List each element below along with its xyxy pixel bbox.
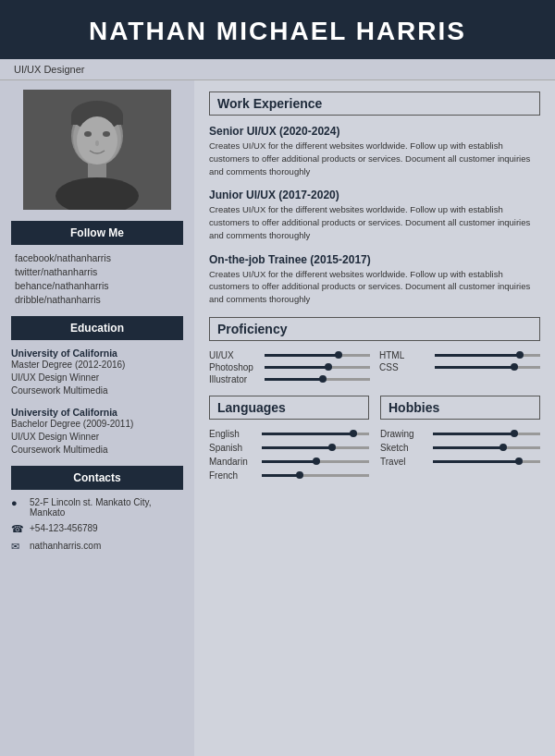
hobby-label-1: Sketch [380,443,428,453]
languages-list: EnglishSpanishMandarinFrench [209,429,369,481]
lang-item-1: Spanish [209,443,369,453]
contact-address: ● 52-F Lincoln st. Mankato City, Mankato [11,497,183,518]
languages-title: Languages [209,396,369,420]
prof-photoshop-bar-track [265,366,370,369]
work-experience-section: Senior UI/UX (2020-2024) Creates UI/UX f… [209,125,540,306]
edu-degree-1: Master Degree (2012-2016) [11,359,183,372]
job-entry-2: Junior UI/UX (2017-2020) Creates UI/UX f… [209,189,540,241]
job-desc-3: Creates UI/UX for the different websites… [209,268,540,306]
lang-item-2: Mandarin [209,457,369,467]
edu-entry-2: University of California Bachelor Degree… [11,407,183,457]
prof-illustrator-item: Illustrator [209,374,370,384]
lang-bar-3 [262,474,369,477]
phone-icon: ☎ [11,523,24,535]
address-text: 52-F Lincoln st. Mankato City, Mankato [30,497,183,518]
hobbies-list: DrawingSketchTravel [380,429,540,467]
hobby-item-2: Travel [380,457,540,467]
website-text: nathanharris.com [30,541,101,551]
hobby-bar-0 [433,433,540,435]
prof-html-bar-track [435,354,540,357]
lang-item-0: English [209,429,369,439]
job-desc-1: Creates UI/UX for the different websites… [209,140,540,177]
contacts-section: ● 52-F Lincoln st. Mankato City, Mankato… [11,497,183,553]
prof-photoshop-label: Photoshop [209,362,260,372]
location-icon: ● [11,497,24,508]
prof-ui/ux-bar-track [265,354,370,357]
lang-bar-0 [262,433,369,435]
prof-html-item: HTML [379,350,540,360]
lang-bar-2 [262,460,369,463]
lang-label-2: Mandarin [209,457,257,467]
contacts-bar: Contacts [11,466,183,490]
email-icon: ✉ [11,541,24,553]
proficiency-grid: UI/UXPhotoshopIllustratorHTMLCSS [209,350,540,386]
proficiency-title: Proficiency [209,317,540,341]
prof-css-item: CSS [379,362,540,372]
job-title-3: On-the-job Trainee (2015-2017) [209,253,540,266]
social-links-section: facebook/nathanharris twitter/nathanharr… [11,252,183,305]
main-content: Follow Me facebook/nathanharris twitter/… [0,80,555,756]
hobby-item-0: Drawing [380,429,540,439]
svg-point-9 [103,131,110,137]
hobbies-section: Hobbies DrawingSketchTravel [380,396,540,484]
job-title: UI/UX Designer [0,59,555,80]
hobbies-title: Hobbies [380,396,540,420]
svg-point-10 [95,140,99,146]
prof-photoshop-item: Photoshop [209,362,370,372]
languages-section: Languages EnglishSpanishMandarinFrench [209,396,369,484]
edu-coursework-2: Coursework Multimedia [11,444,183,457]
prof-css-bar-track [435,366,540,369]
edu-degree-2: Bachelor Degree (2009-2011) [11,418,183,431]
profile-photo [23,90,171,210]
uni-name-1: University of California [11,348,183,359]
edu-entry-1: University of California Master Degree (… [11,348,183,397]
svg-rect-5 [88,164,106,177]
job-entry-1: Senior UI/UX (2020-2024) Creates UI/UX f… [209,125,540,177]
hobby-item-1: Sketch [380,443,540,453]
hobby-bar-1 [433,446,540,449]
lang-label-0: English [209,429,257,439]
contact-website: ✉ nathanharris.com [11,541,183,553]
lang-bar-1 [262,446,369,449]
job-title-1: Senior UI/UX (2020-2024) [209,125,540,138]
prof-col-right: HTMLCSS [379,350,540,386]
job-entry-3: On-the-job Trainee (2015-2017) Creates U… [209,253,540,306]
bottom-row: Languages EnglishSpanishMandarinFrench H… [209,396,540,484]
left-column: Follow Me facebook/nathanharris twitter/… [0,80,194,756]
prof-ui/ux-item: UI/UX [209,350,370,360]
hobby-bar-2 [433,460,540,463]
edu-coursework-1: Coursework Multimedia [11,384,183,397]
resume-header: NATHAN MICHAEL HARRIS [0,0,555,59]
social-link-twitter[interactable]: twitter/nathanharris [15,266,183,277]
prof-illustrator-bar-track [265,378,370,381]
follow-me-bar: Follow Me [11,221,183,245]
phone-text: +54-123-456789 [30,523,98,533]
proficiency-section: Proficiency UI/UXPhotoshopIllustratorHTM… [209,317,540,386]
hobby-label-2: Travel [380,457,428,467]
job-title-2: Junior UI/UX (2017-2020) [209,189,540,201]
lang-label-3: French [209,470,257,481]
svg-point-8 [84,131,92,137]
uni-name-2: University of California [11,407,183,418]
lang-label-1: Spanish [209,443,257,453]
edu-award-1: UI/UX Design Winner [11,372,183,384]
job-desc-2: Creates UI/UX for the different websites… [209,203,540,241]
social-link-dribble[interactable]: dribble/nathanharris [15,294,183,305]
prof-css-label: CSS [379,362,430,372]
edu-award-2: UI/UX Design Winner [11,431,183,444]
education-section: University of California Master Degree (… [11,348,183,457]
prof-html-label: HTML [379,350,430,360]
social-link-behance[interactable]: behance/nathanharris [15,280,183,291]
prof-col-left: UI/UXPhotoshopIllustrator [209,350,370,386]
prof-illustrator-label: Illustrator [209,374,260,384]
lang-item-3: French [209,470,369,481]
social-link-facebook[interactable]: facebook/nathanharris [15,252,183,263]
work-experience-title: Work Experience [209,91,540,116]
right-column: Work Experience Senior UI/UX (2020-2024)… [194,80,555,756]
prof-ui/ux-label: UI/UX [209,350,260,360]
education-bar: Education [11,316,183,340]
contact-phone: ☎ +54-123-456789 [11,523,183,535]
full-name: NATHAN MICHAEL HARRIS [18,17,536,46]
hobby-label-0: Drawing [380,429,428,439]
